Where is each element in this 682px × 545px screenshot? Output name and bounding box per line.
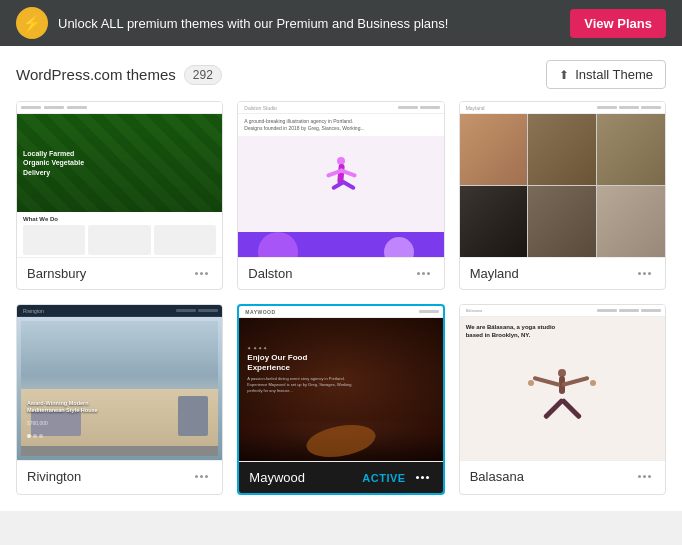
theme-name-barnsbury: Barnsbury xyxy=(27,266,86,281)
theme-name-balasana: Balasana xyxy=(470,469,524,484)
balasana-heading: We are Bálasana, a yoga studiobased in B… xyxy=(466,323,659,340)
theme-name-rivington: Rivington xyxy=(27,469,81,484)
maywood-footer-right: ACTIVE xyxy=(362,472,432,484)
theme-card-balasana[interactable]: Bálasana We are Bálasana, a yoga studiob… xyxy=(459,304,666,495)
theme-name-dalston: Dalston xyxy=(248,266,292,281)
theme-card-rivington[interactable]: Rivington Award-Winning ModernMedit xyxy=(16,304,223,495)
themes-grid: Locally FarmedOrganic VegetableDelivery … xyxy=(16,101,666,495)
theme-dots-balasana[interactable] xyxy=(634,473,655,480)
theme-dots-maywood[interactable] xyxy=(412,474,433,481)
install-theme-label: Install Theme xyxy=(575,67,653,82)
upload-icon: ⬆ xyxy=(559,68,569,82)
banner-text: Unlock ALL premium themes with our Premi… xyxy=(58,16,448,31)
header-left: WordPress.com themes 292 xyxy=(16,65,222,85)
page-title: WordPress.com themes xyxy=(16,66,176,83)
barnsbury-hero-text: Locally FarmedOrganic VegetableDelivery xyxy=(23,149,84,176)
theme-thumbnail-barnsbury: Locally FarmedOrganic VegetableDelivery … xyxy=(17,102,222,257)
theme-footer-dalston: Dalston xyxy=(238,257,443,289)
view-plans-button[interactable]: View Plans xyxy=(570,9,666,38)
theme-footer-balasana: Balasana xyxy=(460,460,665,492)
theme-footer-mayland: Mayland xyxy=(460,257,665,289)
install-theme-button[interactable]: ⬆ Install Theme xyxy=(546,60,666,89)
theme-name-maywood: Maywood xyxy=(249,470,305,485)
theme-thumbnail-rivington: Rivington Award-Winning ModernMedit xyxy=(17,305,222,460)
banner-left: ⚡ Unlock ALL premium themes with our Pre… xyxy=(16,7,448,39)
theme-dots-mayland[interactable] xyxy=(634,270,655,277)
main-content: WordPress.com themes 292 ⬆ Install Theme… xyxy=(0,46,682,511)
theme-card-barnsbury[interactable]: Locally FarmedOrganic VegetableDelivery … xyxy=(16,101,223,290)
theme-thumbnail-dalston: Dalston Studio A ground-breaking illustr… xyxy=(238,102,443,257)
theme-thumbnail-mayland: Mayland xyxy=(460,102,665,257)
theme-footer-rivington: Rivington xyxy=(17,460,222,492)
lightning-icon: ⚡ xyxy=(16,7,48,39)
theme-dots-barnsbury[interactable] xyxy=(191,270,212,277)
active-badge: ACTIVE xyxy=(362,472,405,484)
theme-card-maywood[interactable]: MAYWOOD ✦ ✦ ✦ ✦ Enjoy Our FoodExperience… xyxy=(237,304,444,495)
theme-thumbnail-maywood: MAYWOOD ✦ ✦ ✦ ✦ Enjoy Our FoodExperience… xyxy=(239,306,442,461)
theme-name-mayland: Mayland xyxy=(470,266,519,281)
theme-card-mayland[interactable]: Mayland Mayland xyxy=(459,101,666,290)
theme-footer-maywood: Maywood ACTIVE xyxy=(239,461,442,493)
theme-count-badge: 292 xyxy=(184,65,222,85)
theme-thumbnail-balasana: Bálasana We are Bálasana, a yoga studiob… xyxy=(460,305,665,460)
promo-banner: ⚡ Unlock ALL premium themes with our Pre… xyxy=(0,0,682,46)
theme-dots-dalston[interactable] xyxy=(413,270,434,277)
theme-card-dalston[interactable]: Dalston Studio A ground-breaking illustr… xyxy=(237,101,444,290)
theme-dots-rivington[interactable] xyxy=(191,473,212,480)
theme-footer-barnsbury: Barnsbury xyxy=(17,257,222,289)
header-row: WordPress.com themes 292 ⬆ Install Theme xyxy=(16,60,666,89)
